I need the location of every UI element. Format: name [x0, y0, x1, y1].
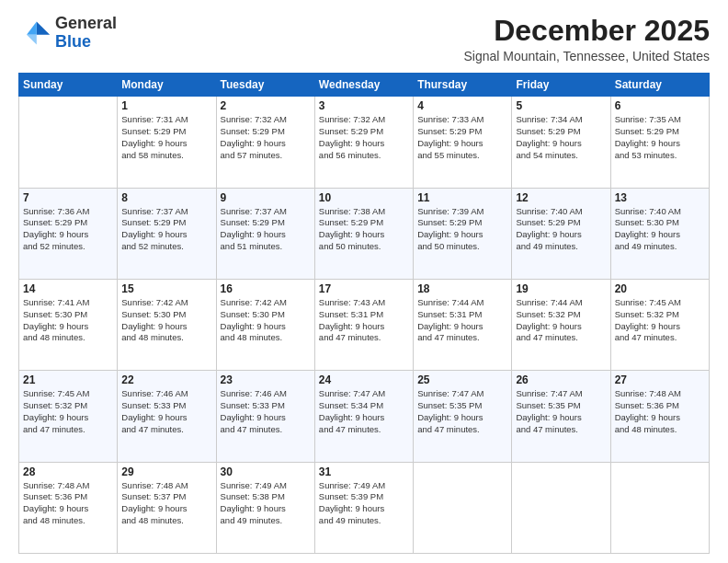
day-cell-18: 18Sunrise: 7:44 AM Sunset: 5:31 PM Dayli…	[414, 279, 512, 370]
day-number: 2	[221, 99, 311, 112]
day-info: Sunrise: 7:47 AM Sunset: 5:35 PM Dayligh…	[417, 388, 507, 435]
day-cell-26: 26Sunrise: 7:47 AM Sunset: 5:35 PM Dayli…	[512, 371, 610, 462]
day-cell-20: 20Sunrise: 7:45 AM Sunset: 5:32 PM Dayli…	[610, 279, 709, 370]
day-info: Sunrise: 7:47 AM Sunset: 5:34 PM Dayligh…	[319, 388, 409, 435]
day-number: 26	[516, 373, 606, 386]
day-info: Sunrise: 7:36 AM Sunset: 5:29 PM Dayligh…	[23, 206, 113, 253]
day-info: Sunrise: 7:39 AM Sunset: 5:29 PM Dayligh…	[417, 206, 507, 253]
col-header-wednesday: Wednesday	[314, 74, 413, 97]
day-info: Sunrise: 7:41 AM Sunset: 5:30 PM Dayligh…	[23, 297, 113, 344]
day-info: Sunrise: 7:37 AM Sunset: 5:29 PM Dayligh…	[221, 206, 311, 253]
day-info: Sunrise: 7:42 AM Sunset: 5:30 PM Dayligh…	[221, 297, 311, 344]
col-header-sunday: Sunday	[19, 74, 118, 97]
day-cell-5: 5Sunrise: 7:34 AM Sunset: 5:29 PM Daylig…	[512, 97, 610, 188]
col-header-saturday: Saturday	[610, 74, 709, 97]
logo-text: General Blue	[55, 15, 117, 52]
day-number: 3	[319, 99, 409, 112]
day-number: 22	[121, 373, 211, 386]
day-number: 6	[615, 99, 705, 112]
empty-cell	[512, 462, 610, 553]
day-cell-4: 4Sunrise: 7:33 AM Sunset: 5:29 PM Daylig…	[414, 97, 512, 188]
day-number: 21	[23, 373, 113, 386]
col-header-thursday: Thursday	[414, 74, 512, 97]
calendar-table: SundayMondayTuesdayWednesdayThursdayFrid…	[18, 73, 710, 554]
day-cell-17: 17Sunrise: 7:43 AM Sunset: 5:31 PM Dayli…	[314, 279, 413, 370]
day-number: 17	[319, 282, 409, 295]
day-cell-14: 14Sunrise: 7:41 AM Sunset: 5:30 PM Dayli…	[19, 279, 118, 370]
day-cell-10: 10Sunrise: 7:38 AM Sunset: 5:29 PM Dayli…	[314, 188, 413, 279]
day-info: Sunrise: 7:48 AM Sunset: 5:36 PM Dayligh…	[23, 480, 113, 527]
empty-cell	[19, 97, 118, 188]
day-cell-21: 21Sunrise: 7:45 AM Sunset: 5:32 PM Dayli…	[19, 371, 118, 462]
day-info: Sunrise: 7:33 AM Sunset: 5:29 PM Dayligh…	[417, 114, 507, 161]
day-number: 20	[615, 282, 705, 295]
day-info: Sunrise: 7:45 AM Sunset: 5:32 PM Dayligh…	[23, 388, 113, 435]
day-number: 27	[615, 373, 705, 386]
logo-blue: Blue	[55, 32, 91, 51]
day-cell-24: 24Sunrise: 7:47 AM Sunset: 5:34 PM Dayli…	[314, 371, 413, 462]
day-number: 31	[319, 465, 409, 478]
day-number: 15	[121, 282, 211, 295]
day-cell-7: 7Sunrise: 7:36 AM Sunset: 5:29 PM Daylig…	[19, 188, 118, 279]
col-header-tuesday: Tuesday	[216, 74, 314, 97]
day-cell-1: 1Sunrise: 7:31 AM Sunset: 5:29 PM Daylig…	[118, 97, 216, 188]
day-info: Sunrise: 7:47 AM Sunset: 5:35 PM Dayligh…	[516, 388, 606, 435]
svg-marker-2	[27, 35, 37, 45]
title-block: December 2025 Signal Mountain, Tennessee…	[464, 15, 710, 63]
day-number: 8	[121, 191, 211, 204]
day-number: 28	[23, 465, 113, 478]
logo-icon	[18, 17, 51, 50]
day-number: 13	[615, 191, 705, 204]
month-title: December 2025	[464, 15, 710, 47]
col-header-friday: Friday	[512, 74, 610, 97]
day-number: 18	[417, 282, 507, 295]
day-number: 25	[417, 373, 507, 386]
day-cell-22: 22Sunrise: 7:46 AM Sunset: 5:33 PM Dayli…	[118, 371, 216, 462]
day-cell-6: 6Sunrise: 7:35 AM Sunset: 5:29 PM Daylig…	[610, 97, 709, 188]
day-number: 1	[121, 99, 211, 112]
logo-general: General	[55, 14, 117, 32]
day-info: Sunrise: 7:32 AM Sunset: 5:29 PM Dayligh…	[221, 114, 311, 161]
day-info: Sunrise: 7:49 AM Sunset: 5:38 PM Dayligh…	[221, 480, 311, 527]
day-info: Sunrise: 7:44 AM Sunset: 5:32 PM Dayligh…	[516, 297, 606, 344]
day-cell-3: 3Sunrise: 7:32 AM Sunset: 5:29 PM Daylig…	[314, 97, 413, 188]
day-info: Sunrise: 7:40 AM Sunset: 5:30 PM Dayligh…	[615, 206, 705, 253]
day-cell-9: 9Sunrise: 7:37 AM Sunset: 5:29 PM Daylig…	[216, 188, 314, 279]
day-info: Sunrise: 7:48 AM Sunset: 5:37 PM Dayligh…	[121, 480, 211, 527]
day-info: Sunrise: 7:49 AM Sunset: 5:39 PM Dayligh…	[319, 480, 409, 527]
day-cell-12: 12Sunrise: 7:40 AM Sunset: 5:29 PM Dayli…	[512, 188, 610, 279]
day-info: Sunrise: 7:31 AM Sunset: 5:29 PM Dayligh…	[121, 114, 211, 161]
day-number: 19	[516, 282, 606, 295]
day-cell-11: 11Sunrise: 7:39 AM Sunset: 5:29 PM Dayli…	[414, 188, 512, 279]
location: Signal Mountain, Tennessee, United State…	[464, 49, 710, 63]
day-info: Sunrise: 7:37 AM Sunset: 5:29 PM Dayligh…	[121, 206, 211, 253]
day-cell-13: 13Sunrise: 7:40 AM Sunset: 5:30 PM Dayli…	[610, 188, 709, 279]
day-cell-31: 31Sunrise: 7:49 AM Sunset: 5:39 PM Dayli…	[314, 462, 413, 553]
day-number: 30	[221, 465, 311, 478]
day-cell-27: 27Sunrise: 7:48 AM Sunset: 5:36 PM Dayli…	[610, 371, 709, 462]
day-cell-16: 16Sunrise: 7:42 AM Sunset: 5:30 PM Dayli…	[216, 279, 314, 370]
day-cell-8: 8Sunrise: 7:37 AM Sunset: 5:29 PM Daylig…	[118, 188, 216, 279]
day-number: 12	[516, 191, 606, 204]
day-info: Sunrise: 7:32 AM Sunset: 5:29 PM Dayligh…	[319, 114, 409, 161]
svg-marker-1	[27, 21, 37, 34]
day-info: Sunrise: 7:46 AM Sunset: 5:33 PM Dayligh…	[121, 388, 211, 435]
day-number: 11	[417, 191, 507, 204]
page: General Blue December 2025 Signal Mounta…	[0, 0, 728, 563]
day-info: Sunrise: 7:35 AM Sunset: 5:29 PM Dayligh…	[615, 114, 705, 161]
empty-cell	[414, 462, 512, 553]
day-cell-25: 25Sunrise: 7:47 AM Sunset: 5:35 PM Dayli…	[414, 371, 512, 462]
day-cell-28: 28Sunrise: 7:48 AM Sunset: 5:36 PM Dayli…	[19, 462, 118, 553]
day-number: 5	[516, 99, 606, 112]
day-info: Sunrise: 7:45 AM Sunset: 5:32 PM Dayligh…	[615, 297, 705, 344]
week-row-4: 21Sunrise: 7:45 AM Sunset: 5:32 PM Dayli…	[19, 371, 710, 462]
week-row-5: 28Sunrise: 7:48 AM Sunset: 5:36 PM Dayli…	[19, 462, 710, 553]
day-cell-30: 30Sunrise: 7:49 AM Sunset: 5:38 PM Dayli…	[216, 462, 314, 553]
day-number: 9	[221, 191, 311, 204]
day-info: Sunrise: 7:38 AM Sunset: 5:29 PM Dayligh…	[319, 206, 409, 253]
week-row-2: 7Sunrise: 7:36 AM Sunset: 5:29 PM Daylig…	[19, 188, 710, 279]
day-number: 23	[221, 373, 311, 386]
empty-cell	[610, 462, 709, 553]
week-row-1: 1Sunrise: 7:31 AM Sunset: 5:29 PM Daylig…	[19, 97, 710, 188]
day-number: 29	[121, 465, 211, 478]
